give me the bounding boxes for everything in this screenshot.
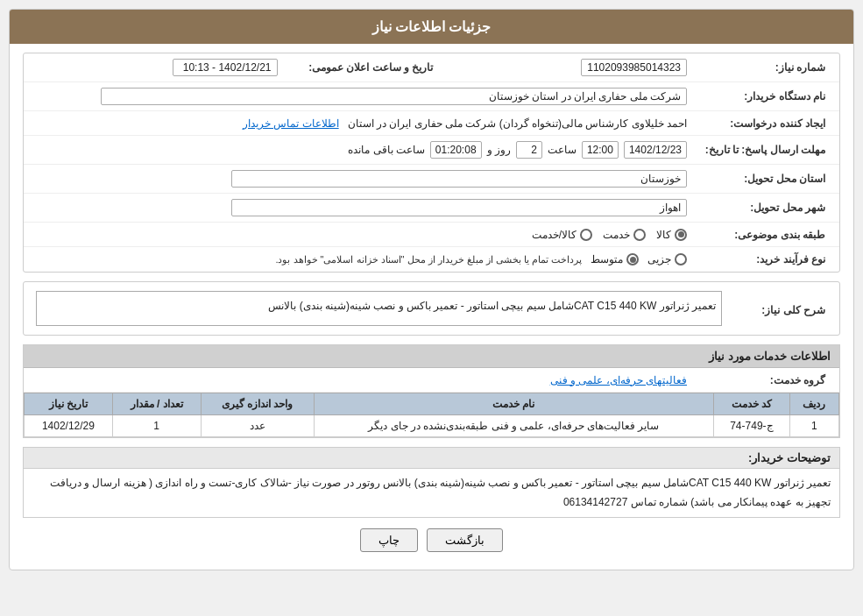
category-row: طبقه بندی موضوعی: کالا خدمت [24,223,839,247]
category-option-kala[interactable]: کالا [656,229,687,241]
page-content: شماره نیاز: 1102093985014323 تاریخ و ساع… [10,44,853,570]
process-radio-motevaset[interactable] [626,253,639,266]
category-label-khedmat: خدمت [603,229,630,241]
service-group-value[interactable]: فعالیتهای حرفه‌ای، علمی و فنی [550,374,687,386]
delivery-province-value-container: خوزستان [31,168,692,189]
category-options-container: کالا خدمت کالا/خدمت [31,227,692,243]
response-remaining-label: ساعت باقی مانده [348,144,425,156]
category-radio-group: کالا خدمت کالا/خدمت [36,229,687,241]
buyer-desc-content: تعمیر ژنراتور CAT C15 440 KWشامل سیم بیچ… [24,469,839,517]
service-group-label: گروه خدمت: [692,374,832,386]
requester-value-container: احمد خلیلاوی کارشناس مالی(تنخواه گردان) … [31,116,692,131]
category-label-kala: کالا [656,229,671,241]
date-time-container: 1402/12/23 12:00 ساعت 2 روز و 01:20:08 س… [36,141,687,159]
col-date: تاریخ نیاز [25,393,113,415]
buyer-desc-section: توضیحات خریدار: تعمیر ژنراتور CAT C15 44… [23,447,840,518]
delivery-province-value: خوزستان [231,170,687,188]
category-radio-kala[interactable] [675,229,687,241]
table-header-row: ردیف کد خدمت نام خدمت واحد اندازه گیری ت… [25,393,839,415]
delivery-city-row: شهر محل تحویل: اهواز [24,194,839,223]
service-section-title: اطلاعات خدمات مورد نیاز [24,345,839,368]
buyer-org-value: شرکت ملی حفاری ایران در استان خوزستان [101,88,687,105]
announcement-datetime-value: 1402/12/21 - 10:13 [173,59,278,76]
requester-link[interactable]: اطلاعات تماس خریدار [243,117,339,130]
back-button[interactable]: بازگشت [427,528,503,552]
category-option-kala-khedmat[interactable]: کالا/خدمت [532,229,592,241]
service-table: ردیف کد خدمت نام خدمت واحد اندازه گیری ت… [24,393,839,437]
requester-row: ایجاد کننده درخواست: احمد خلیلاوی کارشنا… [24,111,839,136]
service-info-section: اطلاعات خدمات مورد نیاز گروه خدمت: فعالی… [23,344,840,438]
process-type-row: نوع فرآیند خرید: جزیی متوسط پرداخت ت [24,247,839,272]
cell-service-name: سایر فعالیت‌های حرفه‌ای، علمی و فنی طبقه… [314,415,713,437]
response-time-value: 12:00 [582,141,619,159]
announcement-datetime-label: تاریخ و ساعت اعلان عمومی: [283,61,441,74]
process-type-motevaset[interactable]: متوسط [591,253,639,266]
buyer-org-row: نام دستگاه خریدار: شرکت ملی حفاری ایران … [24,82,839,111]
need-number-value: 1102093985014323 [581,59,687,76]
announcement-datetime-value-container: 1402/12/21 - 10:13 [31,57,283,78]
process-type-container: جزیی متوسط پرداخت تمام یا بخشی از مبلغ خ… [31,251,692,267]
button-row: بازگشت چاپ [23,528,840,552]
process-type-label: نوع فرآیند خرید: [692,253,832,266]
category-radio-kala-khedmat[interactable] [580,229,592,241]
main-card: جزئیات اطلاعات نیاز شماره نیاز: 11020939… [9,9,854,570]
delivery-city-label: شهر محل تحویل: [692,202,832,214]
general-desc-label: شرح کلی نیاز: [727,301,832,316]
delivery-city-value: اهواز [231,199,687,216]
general-desc-value-container: تعمیر ژنراتور CAT C15 440 KWشامل سیم بیچ… [31,286,727,331]
category-radio-khedmat[interactable] [633,229,646,241]
page-header: جزئیات اطلاعات نیاز [10,10,853,44]
main-info-section: شماره نیاز: 1102093985014323 تاریخ و ساع… [23,53,840,273]
response-days-value: 2 [516,141,542,159]
requester-label: ایجاد کننده درخواست: [692,117,832,130]
cell-service-code: ج-749-74 [713,415,789,437]
delivery-city-value-container: اهواز [31,197,692,218]
process-label-motevaset: متوسط [591,253,623,266]
response-date-value: 1402/12/23 [624,141,687,159]
service-group-row: گروه خدمت: فعالیتهای حرفه‌ای، علمی و فنی [24,368,839,393]
response-days-label: روز و [487,144,511,156]
process-radio-jozi[interactable] [675,253,687,266]
category-option-khedmat[interactable]: خدمت [603,229,646,241]
category-label-kala-khedmat: کالا/خدمت [532,229,577,241]
general-desc-box: تعمیر ژنراتور CAT C15 440 KWشامل سیم بیچ… [36,291,722,326]
col-quantity: تعداد / مقدار [112,393,201,415]
need-number-label: شماره نیاز: [692,61,832,74]
delivery-province-label: استان محل تحویل: [692,173,832,185]
col-service-code: کد خدمت [713,393,789,415]
table-row: 1 ج-749-74 سایر فعالیت‌های حرفه‌ای، علمی… [25,415,839,437]
col-service-name: نام خدمت [314,393,713,415]
response-deadline-label: مهلت ارسال پاسخ: تا تاریخ: [692,144,832,156]
cell-row-num: 1 [789,415,838,437]
delivery-province-row: استان محل تحویل: خوزستان [24,165,839,194]
buyer-desc-title: توضیحات خریدار: [24,448,839,469]
response-time-label: ساعت [548,144,577,156]
page-wrapper: جزئیات اطلاعات نیاز شماره نیاز: 11020939… [0,0,863,579]
need-number-value-container: 1102093985014323 [441,57,693,78]
requester-value: احمد خلیلاوی کارشناس مالی(تنخواه گردان) … [348,117,687,130]
col-row-num: ردیف [789,393,838,415]
category-label: طبقه بندی موضوعی: [692,229,832,241]
process-type-radio-group: جزیی متوسط پرداخت تمام یا بخشی از مبلغ خ… [36,253,687,266]
cell-date: 1402/12/29 [25,415,113,437]
service-group-value-container: فعالیتهای حرفه‌ای، علمی و فنی [31,372,692,388]
process-note: پرداخت تمام یا بخشی از مبلغ خریدار از مح… [275,254,582,266]
process-type-jozi[interactable]: جزیی [647,253,687,266]
buyer-org-value-container: شرکت ملی حفاری ایران در استان خوزستان [31,86,692,107]
general-desc-row: شرح کلی نیاز: تعمیر ژنراتور CAT C15 440 … [24,282,839,335]
print-button[interactable]: چاپ [360,528,418,552]
col-unit: واحد اندازه گیری [201,393,314,415]
need-number-row: شماره نیاز: 1102093985014323 تاریخ و ساع… [24,53,839,82]
response-deadline-values: 1402/12/23 12:00 ساعت 2 روز و 01:20:08 س… [31,139,692,160]
page-title: جزئیات اطلاعات نیاز [372,19,492,34]
response-remaining-value: 01:20:08 [430,141,482,159]
buyer-org-label: نام دستگاه خریدار: [692,90,832,103]
cell-unit: عدد [201,415,314,437]
general-desc-section: شرح کلی نیاز: تعمیر ژنراتور CAT C15 440 … [23,281,840,336]
process-label-jozi: جزیی [647,253,671,266]
cell-quantity: 1 [112,415,201,437]
response-deadline-row: مهلت ارسال پاسخ: تا تاریخ: 1402/12/23 12… [24,136,839,165]
